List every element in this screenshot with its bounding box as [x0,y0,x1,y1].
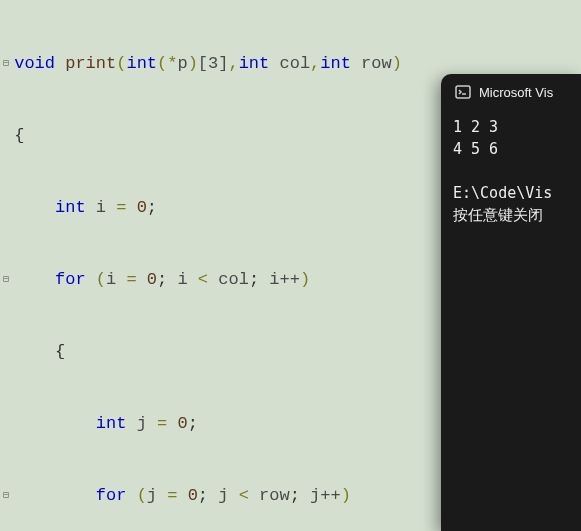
function-name: print [65,54,116,73]
output-prompt: 按任意键关闭 [453,206,543,224]
code-line[interactable]: ⊟ void print(int(*p)[3],int col,int row) [0,52,581,76]
terminal-output[interactable]: 1 2 3 4 5 6 E:\Code\Vis 按任意键关闭 [441,106,581,236]
keyword-void: void [14,54,55,73]
terminal-titlebar[interactable]: Microsoft Vis [441,74,581,106]
fold-marker-icon[interactable]: ⊟ [0,52,12,76]
terminal-app-icon [455,84,471,100]
terminal-window[interactable]: Microsoft Vis 1 2 3 4 5 6 E:\Code\Vis 按任… [441,74,581,531]
output-line: 4 5 6 [453,140,498,158]
output-line: 1 2 3 [453,118,498,136]
svg-rect-0 [456,86,470,98]
fold-marker-icon[interactable]: ⊟ [0,268,12,292]
terminal-title: Microsoft Vis [479,85,553,100]
output-path: E:\Code\Vis [453,184,552,202]
fold-marker-icon[interactable]: ⊟ [0,484,12,508]
